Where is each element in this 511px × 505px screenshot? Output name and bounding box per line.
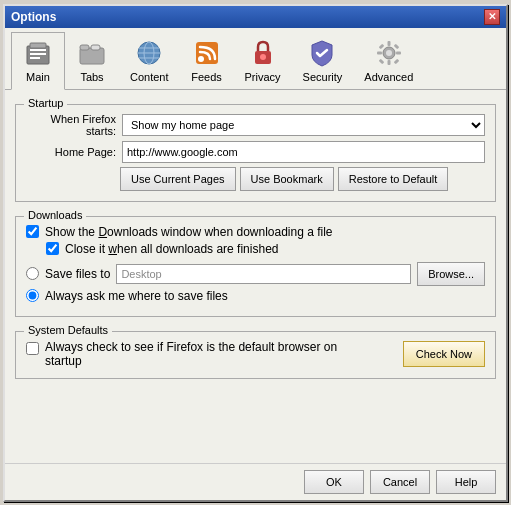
close-downloads-label: Close it when all downloads are finished bbox=[65, 242, 278, 256]
save-files-label: Save files to bbox=[45, 267, 110, 281]
startup-group: Startup When Firefox starts: Show my hom… bbox=[15, 104, 496, 202]
restore-default-button[interactable]: Restore to Default bbox=[338, 167, 449, 191]
tab-main-label: Main bbox=[26, 71, 50, 83]
close-downloads-checkbox[interactable] bbox=[46, 242, 59, 255]
svg-rect-19 bbox=[387, 41, 390, 46]
always-ask-radio[interactable] bbox=[26, 289, 39, 302]
svg-point-18 bbox=[386, 50, 392, 56]
main-content: Startup When Firefox starts: Show my hom… bbox=[5, 90, 506, 463]
svg-rect-23 bbox=[378, 43, 384, 49]
options-window: Options ✕ Main bbox=[3, 4, 508, 502]
tab-privacy[interactable]: Privacy bbox=[234, 32, 292, 89]
downloads-group-label: Downloads bbox=[24, 209, 86, 221]
homepage-row: Home Page: bbox=[26, 141, 485, 163]
tab-content[interactable]: Content bbox=[119, 32, 180, 89]
tabs-icon bbox=[76, 37, 108, 69]
feeds-icon bbox=[191, 37, 223, 69]
home-label: Home Page: bbox=[26, 146, 116, 158]
footer: OK Cancel Help bbox=[5, 463, 506, 500]
system-defaults-row: Always check to see if Firefox is the de… bbox=[26, 340, 485, 368]
tab-main[interactable]: Main bbox=[11, 32, 65, 90]
homepage-buttons: Use Current Pages Use Bookmark Restore t… bbox=[120, 167, 485, 191]
save-section: Save files to Browse... Always ask me wh… bbox=[26, 262, 485, 303]
svg-point-16 bbox=[260, 54, 266, 60]
check-default-area: Always check to see if Firefox is the de… bbox=[26, 340, 395, 368]
tab-advanced[interactable]: Advanced bbox=[353, 32, 424, 89]
tab-advanced-label: Advanced bbox=[364, 71, 413, 83]
show-downloads-checkbox[interactable] bbox=[26, 225, 39, 238]
svg-point-14 bbox=[198, 56, 204, 62]
svg-rect-6 bbox=[80, 45, 89, 50]
titlebar: Options ✕ bbox=[5, 6, 506, 28]
system-defaults-group: System Defaults Always check to see if F… bbox=[15, 331, 496, 379]
always-ask-label: Always ask me where to save files bbox=[45, 289, 228, 303]
tab-security[interactable]: Security bbox=[292, 32, 354, 89]
svg-rect-2 bbox=[30, 49, 46, 51]
startup-when-row: When Firefox starts: Show my home page S… bbox=[26, 113, 485, 137]
ok-button[interactable]: OK bbox=[304, 470, 364, 494]
tab-content-label: Content bbox=[130, 71, 169, 83]
title-area: Options bbox=[11, 10, 56, 24]
check-default-checkbox[interactable] bbox=[26, 342, 39, 355]
tab-privacy-label: Privacy bbox=[245, 71, 281, 83]
svg-rect-21 bbox=[377, 51, 382, 54]
browse-button[interactable]: Browse... bbox=[417, 262, 485, 286]
check-default-line2: startup bbox=[45, 354, 337, 368]
svg-rect-1 bbox=[30, 43, 46, 48]
svg-rect-3 bbox=[30, 53, 46, 55]
startup-group-label: Startup bbox=[24, 97, 67, 109]
svg-rect-20 bbox=[387, 60, 390, 65]
svg-rect-24 bbox=[393, 43, 399, 49]
main-icon bbox=[22, 37, 54, 69]
save-files-to-row: Save files to Browse... bbox=[26, 262, 485, 286]
close-downloads-row: Close it when all downloads are finished bbox=[46, 242, 485, 256]
tab-tabs-label: Tabs bbox=[80, 71, 103, 83]
save-location-input[interactable] bbox=[116, 264, 411, 284]
tab-tabs[interactable]: Tabs bbox=[65, 32, 119, 89]
security-icon bbox=[306, 37, 338, 69]
advanced-icon bbox=[373, 37, 405, 69]
show-downloads-row: Show the Downloads window when downloadi… bbox=[26, 225, 485, 239]
use-current-pages-button[interactable]: Use Current Pages bbox=[120, 167, 236, 191]
svg-rect-7 bbox=[91, 45, 100, 50]
toolbar: Main Tabs Conten bbox=[5, 28, 506, 90]
window-title: Options bbox=[11, 10, 56, 24]
close-button[interactable]: ✕ bbox=[484, 9, 500, 25]
system-defaults-label: System Defaults bbox=[24, 324, 112, 336]
tab-feeds-label: Feeds bbox=[191, 71, 222, 83]
when-firefox-starts-select[interactable]: Show my home page Show a blank page Show… bbox=[122, 114, 485, 136]
svg-rect-22 bbox=[396, 51, 401, 54]
home-page-input[interactable] bbox=[122, 141, 485, 163]
content-icon bbox=[133, 37, 165, 69]
downloads-group: Downloads Show the Downloads window when… bbox=[15, 216, 496, 317]
use-bookmark-button[interactable]: Use Bookmark bbox=[240, 167, 334, 191]
privacy-icon bbox=[247, 37, 279, 69]
show-downloads-label: Show the Downloads window when downloadi… bbox=[45, 225, 333, 239]
when-label: When Firefox starts: bbox=[26, 113, 116, 137]
check-default-line1: Always check to see if Firefox is the de… bbox=[45, 340, 337, 354]
check-default-text: Always check to see if Firefox is the de… bbox=[45, 340, 337, 368]
help-button[interactable]: Help bbox=[436, 470, 496, 494]
svg-rect-4 bbox=[30, 57, 40, 59]
check-now-button[interactable]: Check Now bbox=[403, 341, 485, 367]
svg-rect-25 bbox=[378, 58, 384, 64]
tab-security-label: Security bbox=[303, 71, 343, 83]
cancel-button[interactable]: Cancel bbox=[370, 470, 430, 494]
save-files-radio[interactable] bbox=[26, 267, 39, 280]
tab-feeds[interactable]: Feeds bbox=[180, 32, 234, 89]
always-ask-row: Always ask me where to save files bbox=[26, 289, 485, 303]
svg-rect-26 bbox=[393, 58, 399, 64]
